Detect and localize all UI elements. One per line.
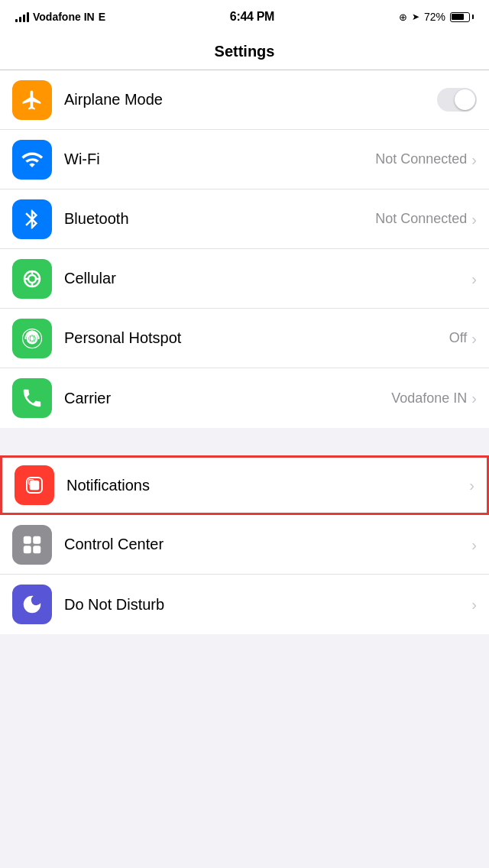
status-bar: Vodafone IN E 6:44 PM ⊕ ➤ 72% xyxy=(0,0,489,34)
bluetooth-icon xyxy=(21,208,44,231)
notifications-right: › xyxy=(469,478,474,493)
hotspot-label: Personal Hotspot xyxy=(64,329,181,347)
svg-rect-14 xyxy=(33,546,40,553)
settings-item-carrier[interactable]: Carrier Vodafone IN › xyxy=(0,368,489,428)
control-center-icon xyxy=(21,533,44,556)
notifications-icon-wrap xyxy=(15,465,54,505)
svg-rect-12 xyxy=(33,536,40,543)
settings-item-airplane-mode[interactable]: Airplane Mode xyxy=(0,70,489,130)
location-arrow-icon: ➤ xyxy=(412,11,419,22)
bluetooth-icon-wrap xyxy=(12,199,52,239)
battery-percent-label: 72% xyxy=(424,11,445,23)
notifications-content: Notifications › xyxy=(66,477,474,494)
settings-item-bluetooth[interactable]: Bluetooth Not Connected › xyxy=(0,189,489,249)
control-center-content: Control Center › xyxy=(64,536,477,553)
svg-point-7 xyxy=(31,336,34,340)
wifi-icon xyxy=(21,148,44,171)
page-title: Settings xyxy=(215,43,275,60)
settings-item-hotspot[interactable]: Personal Hotspot Off › xyxy=(0,309,489,368)
svg-rect-9 xyxy=(30,481,40,491)
carrier-right: Vodafone IN › xyxy=(391,390,477,406)
wifi-icon-wrap xyxy=(12,140,52,180)
cellular-icon-wrap xyxy=(12,259,52,299)
do-not-disturb-label: Do Not Disturb xyxy=(64,596,164,614)
settings-item-wifi[interactable]: Wi-Fi Not Connected › xyxy=(0,130,489,189)
do-not-disturb-icon-wrap xyxy=(12,585,52,624)
network-type-label: E xyxy=(99,11,105,23)
cellular-chevron-icon: › xyxy=(471,271,477,287)
wifi-content: Wi-Fi Not Connected › xyxy=(64,151,477,168)
cellular-content: Cellular › xyxy=(64,270,477,287)
bluetooth-label: Bluetooth xyxy=(64,210,129,228)
status-left: Vodafone IN E xyxy=(15,11,105,23)
do-not-disturb-content: Do Not Disturb › xyxy=(64,596,477,614)
wifi-chevron-icon: › xyxy=(471,152,477,167)
status-time: 6:44 PM xyxy=(230,10,274,24)
carrier-label: Carrier xyxy=(64,390,111,407)
cellular-right: › xyxy=(471,271,477,287)
signal-bars-icon xyxy=(15,11,29,22)
do-not-disturb-chevron-icon: › xyxy=(471,597,477,612)
hotspot-chevron-icon: › xyxy=(471,331,477,346)
moon-icon xyxy=(21,593,44,616)
bluetooth-chevron-icon: › xyxy=(471,212,477,227)
settings-section-network: Airplane Mode Wi-Fi Not Connected › xyxy=(0,70,489,428)
airplane-mode-content: Airplane Mode xyxy=(64,88,477,112)
carrier-value: Vodafone IN xyxy=(391,390,467,406)
section-divider xyxy=(0,428,489,455)
wifi-label: Wi-Fi xyxy=(64,151,100,168)
control-center-chevron-icon: › xyxy=(471,537,477,552)
bluetooth-right: Not Connected › xyxy=(375,211,477,227)
settings-item-do-not-disturb[interactable]: Do Not Disturb › xyxy=(0,575,489,634)
control-center-icon-wrap xyxy=(12,525,52,565)
svg-point-1 xyxy=(28,275,36,283)
hotspot-icon xyxy=(21,327,44,350)
hotspot-content: Personal Hotspot Off › xyxy=(64,329,477,347)
hotspot-icon-wrap xyxy=(12,319,52,358)
navigation-bar: Settings xyxy=(0,34,489,70)
carrier-content: Carrier Vodafone IN › xyxy=(64,390,477,407)
airplane-mode-icon-wrap xyxy=(12,80,52,120)
hotspot-right: Off › xyxy=(449,330,477,346)
control-center-right: › xyxy=(471,537,477,552)
settings-item-notifications[interactable]: Notifications › xyxy=(0,455,489,515)
cellular-label: Cellular xyxy=(64,270,116,287)
notifications-chevron-icon: › xyxy=(469,478,474,493)
notifications-label: Notifications xyxy=(66,477,150,494)
wifi-right: Not Connected › xyxy=(375,151,477,167)
hotspot-value: Off xyxy=(449,330,468,346)
settings-section-system: Notifications › Control Center › xyxy=(0,455,489,634)
airplane-mode-toggle[interactable] xyxy=(437,88,477,112)
svg-rect-13 xyxy=(24,546,31,553)
control-center-label: Control Center xyxy=(64,536,164,553)
bluetooth-content: Bluetooth Not Connected › xyxy=(64,210,477,228)
airplane-icon xyxy=(21,89,44,112)
cellular-icon xyxy=(21,267,44,290)
notifications-icon xyxy=(23,474,46,497)
battery-icon xyxy=(450,12,474,22)
do-not-disturb-right: › xyxy=(471,597,477,612)
carrier-icon-wrap xyxy=(12,378,52,418)
carrier-chevron-icon: › xyxy=(471,390,477,406)
carrier-label: Vodafone IN xyxy=(33,11,95,23)
airplane-mode-label: Airplane Mode xyxy=(64,91,163,108)
bluetooth-value: Not Connected xyxy=(375,211,467,227)
wifi-value: Not Connected xyxy=(375,151,467,167)
toggle-knob xyxy=(455,89,475,110)
location-icon: ⊕ xyxy=(399,11,407,23)
status-right: ⊕ ➤ 72% xyxy=(399,11,474,23)
svg-rect-11 xyxy=(24,536,31,543)
carrier-phone-icon xyxy=(21,387,44,410)
settings-item-cellular[interactable]: Cellular › xyxy=(0,249,489,309)
settings-item-control-center[interactable]: Control Center › xyxy=(0,515,489,575)
